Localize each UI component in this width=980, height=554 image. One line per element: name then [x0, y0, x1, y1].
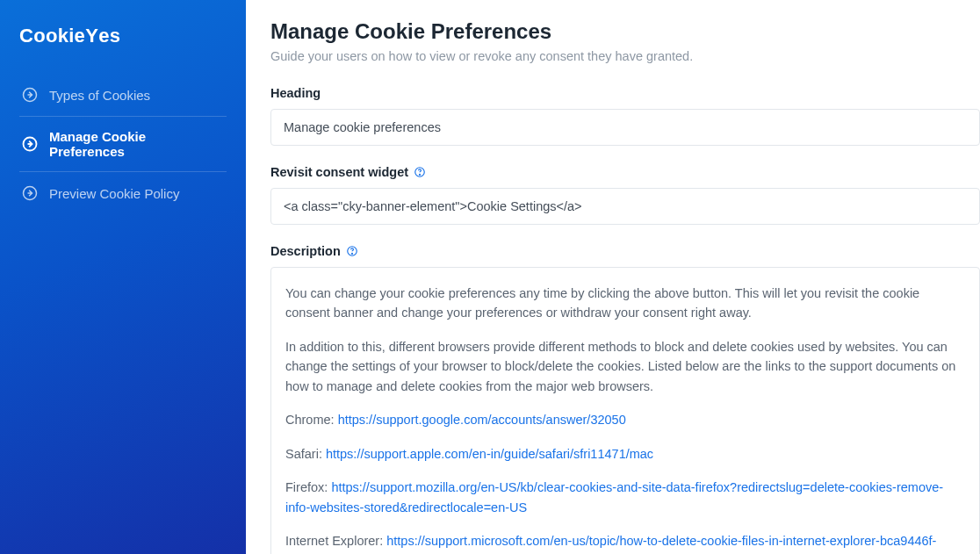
arrow-circle-right-icon — [21, 184, 39, 202]
revisit-input[interactable] — [270, 188, 980, 225]
page-title: Manage Cookie Preferences — [270, 19, 980, 44]
description-link-firefox: Firefox: https://support.mozilla.org/en-… — [285, 478, 965, 517]
heading-input[interactable] — [270, 109, 980, 146]
arrow-circle-right-icon — [21, 86, 39, 104]
page-subhead: Guide your users on how to view or revok… — [270, 49, 980, 63]
sidebar-nav: Types of Cookies Manage Cookie Preferenc… — [19, 74, 227, 214]
description-paragraph: In addition to this, different browsers … — [285, 337, 965, 396]
sidebar-item-types-of-cookies[interactable]: Types of Cookies — [19, 74, 227, 117]
revisit-label: Revisit consent widget — [270, 165, 408, 179]
description-editor[interactable]: You can change your cookie preferences a… — [270, 267, 980, 554]
svg-point-4 — [420, 174, 421, 175]
sidebar-item-manage-cookie-preferences[interactable]: Manage Cookie Preferences — [19, 117, 227, 172]
description-paragraph: You can change your cookie preferences a… — [285, 284, 965, 323]
description-label: Description — [270, 244, 341, 258]
brand-name: CookieYes — [19, 25, 120, 47]
sidebar: CookieYes Types of Cookies Manage Cookie… — [0, 0, 246, 554]
nav-label: Preview Cookie Policy — [49, 186, 179, 201]
sidebar-item-preview-cookie-policy[interactable]: Preview Cookie Policy — [19, 172, 227, 214]
description-link-ie: Internet Explorer: https://support.micro… — [285, 531, 965, 554]
arrow-circle-right-icon — [21, 135, 39, 153]
nav-label: Types of Cookies — [49, 88, 150, 103]
description-link-safari: Safari: https://support.apple.com/en-in/… — [285, 444, 965, 464]
firefox-support-link[interactable]: https://support.mozilla.org/en-US/kb/cle… — [285, 480, 943, 514]
safari-support-link[interactable]: https://support.apple.com/en-in/guide/sa… — [326, 447, 653, 461]
help-icon[interactable] — [414, 166, 426, 178]
field-description: Description You can change your cookie p… — [270, 244, 980, 554]
field-revisit-consent-widget: Revisit consent widget — [270, 165, 980, 225]
nav-label: Manage Cookie Preferences — [49, 129, 225, 159]
svg-point-6 — [351, 253, 352, 254]
help-icon[interactable] — [346, 245, 358, 257]
main-content: Manage Cookie Preferences Guide your use… — [246, 0, 980, 554]
app-root: CookieYes Types of Cookies Manage Cookie… — [0, 0, 980, 554]
field-heading: Heading — [270, 86, 980, 146]
brand-logo: CookieYes — [19, 25, 227, 47]
chrome-support-link[interactable]: https://support.google.com/accounts/answ… — [338, 413, 626, 427]
heading-label: Heading — [270, 86, 980, 100]
description-link-chrome: Chrome: https://support.google.com/accou… — [285, 410, 965, 429]
